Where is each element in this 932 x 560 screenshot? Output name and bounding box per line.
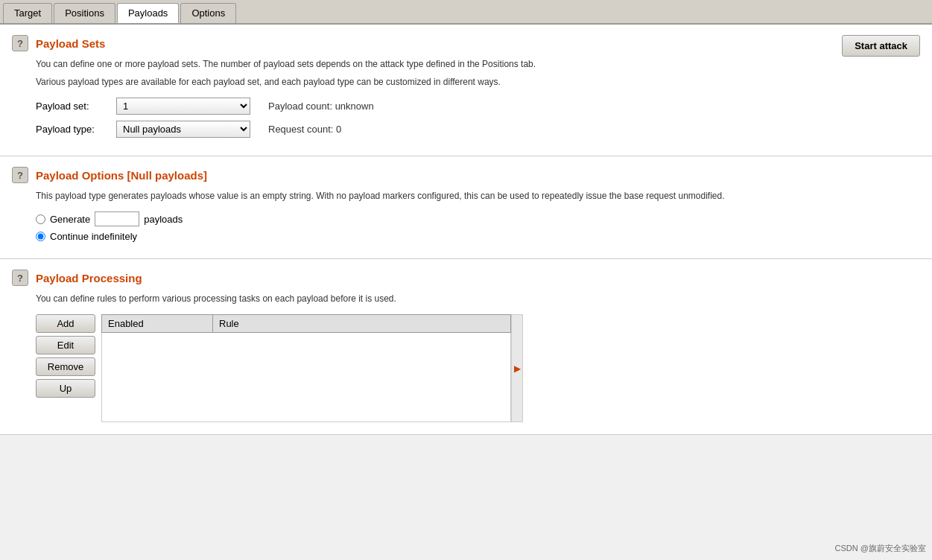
generate-count-input[interactable] <box>95 211 139 226</box>
payload-type-row: Payload type: Null payloads Simple list … <box>36 121 920 138</box>
generate-radio[interactable] <box>36 214 45 224</box>
tab-target[interactable]: Target <box>3 3 52 23</box>
tab-options[interactable]: Options <box>180 3 236 23</box>
processing-table: Enabled Rule <box>101 314 511 422</box>
payload-type-label: Payload type: <box>36 124 110 135</box>
rule-column-header: Rule <box>213 315 511 333</box>
continue-indefinitely-label: Continue indefinitely <box>50 231 137 242</box>
table-header-row: Enabled Rule <box>102 315 511 333</box>
processing-button-column: Add Edit Remove Up <box>36 314 95 422</box>
table-body <box>102 333 511 422</box>
tab-payloads[interactable]: Payloads <box>117 3 179 23</box>
scroll-arrow-icon: ▶ <box>514 363 521 374</box>
remove-button[interactable]: Remove <box>36 357 95 376</box>
edit-button[interactable]: Edit <box>36 336 95 354</box>
payload-processing-section: ? Payload Processing You can define rule… <box>0 259 932 435</box>
payload-processing-desc: You can define rules to perform various … <box>36 292 920 305</box>
payloads-label: payloads <box>144 214 183 225</box>
table-wrapper: Enabled Rule ▶ <box>101 314 523 422</box>
payload-options-desc: This payload type generates payloads who… <box>36 189 920 203</box>
payload-sets-section: Start attack ? Payload Sets You can defi… <box>0 25 932 156</box>
payload-type-select[interactable]: Null payloads Simple list Runtime file C… <box>116 121 250 138</box>
payload-options-help-icon[interactable]: ? <box>12 167 28 183</box>
payload-count-info: Payload count: unknown <box>268 101 374 112</box>
continue-radio-row: Continue indefinitely <box>36 231 920 242</box>
generate-label: Generate <box>50 214 90 225</box>
payload-sets-title: Payload Sets <box>36 37 105 50</box>
tab-bar: Target Positions Payloads Options <box>0 0 932 25</box>
payload-options-section: ? Payload Options [Null payloads] This p… <box>0 156 932 259</box>
generate-radio-row: Generate payloads <box>36 211 920 226</box>
payload-processing-header: ? Payload Processing <box>12 270 920 286</box>
payload-sets-desc1: You can define one or more payload sets.… <box>36 57 920 71</box>
scroll-indicator[interactable]: ▶ <box>511 314 523 422</box>
payload-set-select[interactable]: 1 2 <box>116 98 250 115</box>
tab-positions[interactable]: Positions <box>54 3 115 23</box>
payload-options-header: ? Payload Options [Null payloads] <box>12 167 920 183</box>
continue-indefinitely-radio[interactable] <box>36 232 45 241</box>
up-button[interactable]: Up <box>36 379 95 398</box>
payload-set-label: Payload set: <box>36 101 110 112</box>
payload-sets-desc2: Various payload types are available for … <box>36 75 920 89</box>
request-count-info: Request count: 0 <box>268 124 341 135</box>
payload-sets-help-icon[interactable]: ? <box>12 35 28 51</box>
payload-sets-header: ? Payload Sets <box>12 35 920 51</box>
payload-processing-help-icon[interactable]: ? <box>12 270 28 286</box>
payload-processing-title: Payload Processing <box>36 272 142 284</box>
payload-processing-table-area: Add Edit Remove Up Enabled Rule <box>36 314 920 422</box>
table-empty-row <box>102 333 511 422</box>
payload-options-title: Payload Options [Null payloads] <box>36 169 207 182</box>
add-button[interactable]: Add <box>36 314 95 333</box>
start-attack-button[interactable]: Start attack <box>842 35 920 57</box>
enabled-column-header: Enabled <box>102 315 213 333</box>
table-empty-cell <box>102 333 511 422</box>
payload-set-row: Payload set: 1 2 Payload count: unknown <box>36 98 920 115</box>
